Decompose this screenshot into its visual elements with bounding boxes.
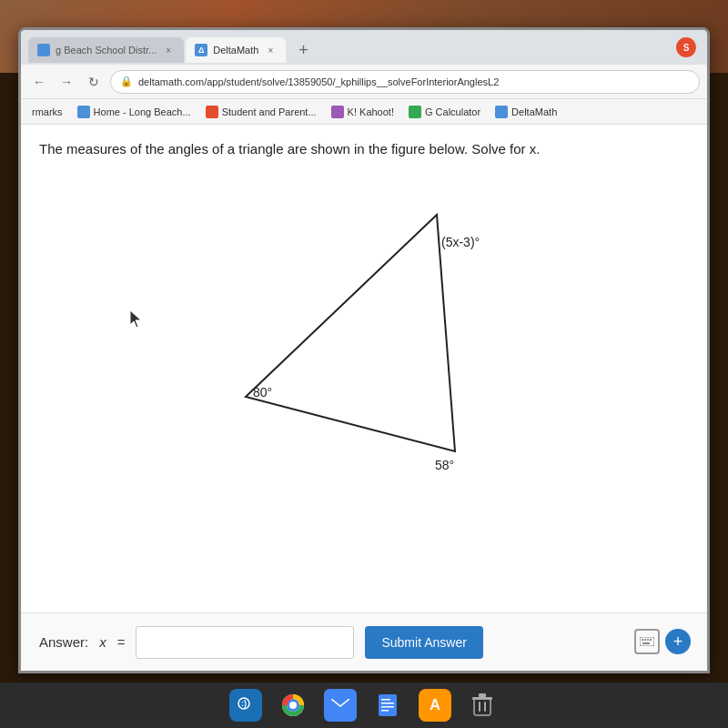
svg-rect-18 — [381, 710, 389, 712]
home-favicon — [77, 106, 90, 118]
address-input[interactable]: 🔒 deltamath.com/app/student/solve/138590… — [110, 70, 700, 94]
plus-circle-button[interactable]: + — [665, 629, 691, 654]
tab-school-label: g Beach School Distr... — [56, 45, 157, 56]
reload-button[interactable]: ↻ — [83, 71, 105, 93]
svg-rect-22 — [479, 702, 480, 712]
svg-rect-6 — [642, 642, 650, 644]
taskbar-finder[interactable]: :) — [229, 689, 262, 722]
bookmark-deltamath[interactable]: DeltaMath — [491, 104, 561, 120]
deltamath-favicon: Δ — [195, 44, 207, 56]
taskbar-mail[interactable] — [324, 689, 357, 722]
tab-bar: g Beach School Distr... × Δ DeltaMath × … — [21, 30, 707, 65]
browser: g Beach School Distr... × Δ DeltaMath × … — [21, 30, 707, 671]
taskbar-app1[interactable]: A — [419, 689, 451, 722]
triangle-shape — [246, 215, 455, 451]
svg-text::): :) — [241, 699, 247, 708]
taskbar-trash[interactable] — [466, 689, 499, 722]
bookmark-calculator[interactable]: G Calculator — [405, 104, 484, 120]
back-button[interactable]: ← — [28, 71, 50, 93]
bookmark-calculator-label: G Calculator — [425, 106, 480, 117]
lock-icon: 🔒 — [120, 76, 133, 87]
mouse-cursor — [130, 310, 145, 332]
page-content: The measures of the angles of a triangle… — [21, 125, 707, 671]
kahoot-favicon — [331, 106, 344, 118]
problem-text: The measures of the angles of a triangle… — [21, 125, 707, 169]
tab-deltamath-close[interactable]: × — [264, 44, 277, 56]
tab-deltamath-label: DeltaMath — [213, 45, 258, 56]
taskbar-chrome[interactable] — [277, 689, 309, 722]
tab-school-close[interactable]: × — [162, 44, 175, 56]
tab-deltamath[interactable]: Δ DeltaMath × — [186, 37, 286, 63]
bookmark-kahoot-label: K! Kahoot! — [348, 106, 394, 117]
svg-rect-20 — [472, 697, 492, 700]
svg-rect-4 — [647, 639, 649, 641]
bookmark-home-label: Home - Long Beach... — [94, 106, 191, 117]
figure-area: (5x-3)° 80° 58° — [21, 169, 707, 515]
svg-rect-14 — [379, 694, 397, 716]
svg-marker-0 — [130, 310, 141, 328]
svg-rect-17 — [381, 706, 394, 708]
answer-area: Answer: x = Submit Answer — [21, 612, 707, 671]
angle-left-label: 80° — [253, 385, 272, 399]
bookmark-student-parent-label: Student and Parent... — [222, 106, 317, 117]
bookmark-rmarks[interactable]: rmarks — [28, 105, 66, 119]
answer-input[interactable] — [136, 626, 354, 659]
chrome-profile-dot: S — [676, 37, 696, 57]
calculator-favicon — [409, 106, 421, 118]
answer-variable: x — [99, 634, 106, 650]
svg-rect-23 — [484, 702, 486, 712]
forward-button[interactable]: → — [56, 71, 77, 93]
deltamath-bm-favicon — [495, 106, 508, 118]
svg-rect-21 — [479, 693, 486, 697]
tab-school[interactable]: g Beach School Distr... × — [28, 37, 184, 63]
angle-top-label: (5x-3)° — [441, 235, 480, 249]
bookmark-home[interactable]: Home - Long Beach... — [74, 104, 195, 120]
svg-rect-15 — [381, 699, 390, 701]
answer-equals: = — [117, 634, 126, 650]
bookmark-deltamath-label: DeltaMath — [511, 106, 557, 117]
keyboard-icon[interactable] — [634, 629, 660, 654]
screen-wrapper: g Beach School Distr... × Δ DeltaMath × … — [0, 0, 728, 728]
school-favicon — [37, 44, 50, 56]
svg-rect-5 — [650, 639, 652, 641]
svg-rect-19 — [474, 699, 490, 715]
svg-rect-2 — [642, 639, 643, 641]
svg-rect-1 — [640, 637, 654, 646]
svg-point-12 — [289, 702, 297, 709]
bookmark-kahoot[interactable]: K! Kahoot! — [328, 104, 398, 120]
bookmark-student-parent[interactable]: Student and Parent... — [202, 104, 320, 120]
triangle-figure: (5x-3)° 80° 58° — [191, 187, 537, 497]
submit-answer-button[interactable]: Submit Answer — [365, 626, 482, 659]
address-bar-row: ← → ↻ 🔒 deltamath.com/app/student/solve/… — [21, 65, 707, 99]
answer-label: Answer: — [39, 634, 88, 650]
angle-bottom-label: 58° — [435, 458, 454, 472]
new-tab-button[interactable]: + — [291, 38, 315, 62]
taskbar-docs[interactable] — [371, 689, 404, 722]
svg-rect-16 — [381, 703, 394, 704]
bookmark-rmarks-label: rmarks — [32, 106, 63, 117]
student-parent-favicon — [206, 106, 218, 118]
address-text: deltamath.com/app/student/solve/13859050… — [138, 76, 499, 87]
bookmarks-bar: rmarks Home - Long Beach... Student and … — [21, 99, 707, 125]
svg-rect-3 — [644, 639, 646, 641]
taskbar: :) A — [0, 682, 728, 728]
laptop: g Beach School Distr... × Δ DeltaMath × … — [18, 27, 710, 673]
